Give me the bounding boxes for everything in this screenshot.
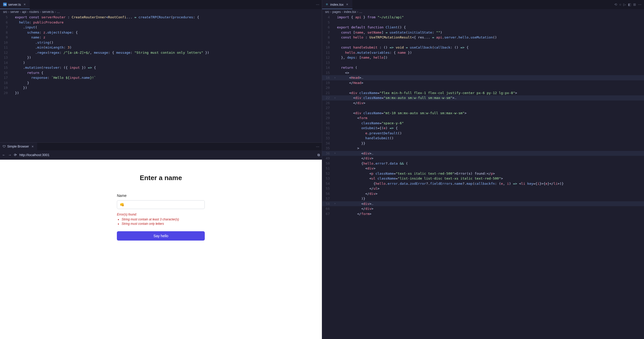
left-tab-bar: TS server.ts × ⋯ [0, 0, 322, 9]
fold-chevron-icon [333, 80, 337, 86]
more-icon[interactable]: ⋯ [316, 145, 319, 149]
fold-chevron-icon [333, 121, 337, 126]
fold-chevron-icon [333, 50, 337, 55]
circle-icon[interactable]: ○ [619, 3, 621, 6]
fold-chevron-icon [333, 101, 337, 106]
fold-chevron-icon [333, 40, 337, 45]
fold-chevron-icon [11, 70, 15, 75]
right-tab-bar: ⚛ index.tsx × ⟲ ○ ▷ ◧ ⊞ ⋯ [322, 0, 644, 9]
editor-right[interactable]: 4import { api } from "~/utils/api"56expo… [322, 15, 644, 339]
tab-index-tsx[interactable]: ⚛ index.tsx × [322, 0, 353, 9]
browser-tab-bar: 🛡 Simple Browser × ⋯ [0, 143, 322, 150]
fold-chevron-icon [333, 30, 337, 35]
fold-chevron-icon[interactable]: › [333, 75, 337, 80]
breadcrumb-left[interactable]: src › server › api › routers › server.ts… [0, 9, 322, 15]
fold-chevron-icon [333, 141, 337, 146]
browser-toolbar: ← → ⟳ ⧉ [0, 150, 322, 160]
fold-chevron-icon [333, 15, 337, 20]
fold-chevron-icon [11, 55, 15, 60]
fold-chevron-icon [11, 75, 15, 80]
breadcrumb-right[interactable]: src › pages › index.tsx › … [322, 9, 644, 15]
fold-chevron-icon [333, 196, 337, 201]
close-icon[interactable]: × [31, 144, 35, 149]
fold-chevron-icon [11, 35, 15, 40]
fold-chevron-icon[interactable]: › [333, 151, 337, 156]
fold-chevron-icon [333, 206, 337, 211]
close-icon[interactable]: × [22, 2, 27, 6]
fold-chevron-icon [333, 211, 337, 217]
breadcrumb-item[interactable]: … [359, 10, 362, 14]
fold-chevron-icon [11, 40, 15, 45]
breadcrumb-item[interactable]: … [57, 10, 60, 14]
fold-chevron-icon [333, 65, 337, 70]
fold-chevron-icon [333, 70, 337, 75]
fold-chevron-icon [11, 65, 15, 70]
tab-label: server.ts [8, 3, 21, 6]
back-icon[interactable]: ← [2, 153, 5, 157]
breadcrumb-item[interactable]: api [22, 10, 26, 14]
submit-button[interactable]: Say hello [117, 231, 205, 241]
reload-icon[interactable]: ⟳ [14, 153, 17, 157]
more-icon[interactable]: ⋯ [638, 3, 641, 6]
fold-chevron-icon[interactable]: › [333, 201, 337, 206]
fold-chevron-icon [333, 131, 337, 136]
fold-chevron-icon [11, 45, 15, 50]
error-item: String must contain only letters [122, 222, 205, 226]
fold-chevron-icon [11, 50, 15, 55]
fold-chevron-icon [11, 80, 15, 86]
breadcrumb-item[interactable]: index.tsx [344, 10, 356, 14]
split-icon[interactable]: ◧ [628, 3, 631, 6]
page-title: Enter a name [117, 174, 205, 182]
fold-chevron-icon [11, 60, 15, 65]
breadcrumb-item[interactable]: server [10, 10, 19, 14]
close-icon[interactable]: × [345, 2, 349, 6]
fold-chevron-icon [11, 25, 15, 30]
breadcrumb-item[interactable]: src [3, 10, 7, 14]
forward-icon[interactable]: → [8, 153, 11, 157]
fold-chevron-icon [333, 191, 337, 196]
fold-chevron-icon [333, 85, 337, 90]
typescript-icon: TS [3, 3, 7, 6]
fold-chevron-icon [333, 181, 337, 186]
fold-chevron-icon [333, 126, 337, 131]
fold-chevron-icon [333, 171, 337, 176]
breadcrumb-item[interactable]: pages [332, 10, 341, 14]
fold-chevron-icon [333, 176, 337, 181]
fold-chevron-icon [11, 90, 15, 96]
breadcrumb-item[interactable]: server.ts [42, 10, 54, 14]
errors-heading: Error(s) found: [117, 213, 205, 216]
fold-chevron-icon [11, 85, 15, 90]
fold-chevron-icon [11, 30, 15, 35]
browser-viewport[interactable]: Enter a name Name Error(s) found: String… [0, 160, 322, 339]
fold-chevron-icon [333, 90, 337, 96]
error-item: String must contain at least 3 character… [122, 217, 205, 222]
tab-label: index.tsx [330, 3, 344, 6]
fold-chevron-icon [333, 55, 337, 60]
fold-chevron-icon [333, 60, 337, 65]
layout-icon[interactable]: ⊞ [633, 3, 636, 6]
open-external-icon[interactable]: ⧉ [317, 153, 320, 157]
editor-left[interactable]: 5export const serverRouter : CreateRoute… [0, 15, 322, 142]
name-input[interactable] [117, 200, 205, 209]
fold-chevron-icon [333, 111, 337, 116]
shield-icon: 🛡 [3, 145, 6, 148]
fold-chevron-icon [11, 20, 15, 25]
errors-list: String must contain at least 3 character… [117, 217, 205, 226]
more-icon[interactable]: ⋯ [316, 3, 319, 6]
run-icon[interactable]: ▷ [623, 3, 626, 6]
browser-tab-label: Simple Browser [7, 145, 29, 148]
diff-icon[interactable]: ⟲ [614, 3, 617, 6]
fold-chevron-icon [11, 15, 15, 20]
fold-chevron-icon [333, 45, 337, 50]
breadcrumb-item[interactable]: src [325, 10, 329, 14]
react-icon: ⚛ [325, 3, 329, 6]
fold-chevron-icon [333, 156, 337, 161]
fold-chevron-icon [333, 20, 337, 25]
breadcrumb-item[interactable]: routers [29, 10, 39, 14]
tab-server-ts[interactable]: TS server.ts × [0, 0, 30, 9]
fold-chevron-icon [333, 136, 337, 141]
fold-chevron-icon [333, 161, 337, 166]
tab-simple-browser[interactable]: 🛡 Simple Browser × [0, 143, 37, 150]
url-input[interactable] [19, 153, 315, 157]
fold-chevron-icon[interactable]: › [333, 95, 337, 101]
